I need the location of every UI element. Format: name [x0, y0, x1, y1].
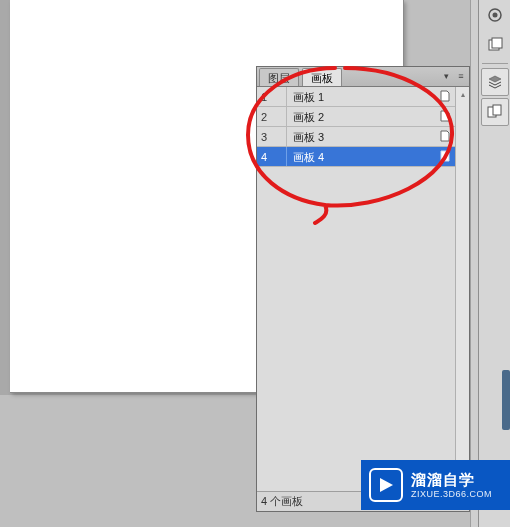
panel-tab-bar: 图层 画板 ▾ ≡: [257, 67, 469, 87]
artboard-row[interactable]: 2 画板 2: [257, 107, 455, 127]
artboards-icon[interactable]: [481, 98, 509, 126]
artboard-options-icon[interactable]: [435, 130, 455, 144]
artboards-panel: 图层 画板 ▾ ≡ 1 画板 1 2 画板 2 3: [256, 66, 470, 512]
artboard-number: 1: [257, 87, 287, 106]
toolbar-separator: [482, 63, 508, 64]
layers-icon[interactable]: [481, 68, 509, 96]
svg-rect-3: [492, 38, 502, 48]
artboard-options-icon[interactable]: [435, 110, 455, 124]
artboard-tool-icon[interactable]: [481, 31, 509, 59]
artboard-row[interactable]: 3 画板 3: [257, 127, 455, 147]
artboard-row[interactable]: 1 画板 1: [257, 87, 455, 107]
tab-layers[interactable]: 图层: [259, 68, 299, 86]
panel-menu-icon[interactable]: ≡: [455, 70, 467, 82]
artboard-name[interactable]: 画板 4: [287, 147, 435, 167]
artboard-name[interactable]: 画板 3: [287, 127, 435, 147]
dock-strip: [470, 0, 478, 527]
tab-artboards[interactable]: 画板: [302, 68, 342, 86]
circle-target-icon[interactable]: [481, 1, 509, 29]
artboard-count-label: 4 个画板: [261, 494, 303, 509]
artboard-name[interactable]: 画板 1: [287, 87, 435, 107]
artboard-number: 4: [257, 147, 287, 166]
artboard-options-icon[interactable]: [435, 150, 455, 164]
panel-body: 1 画板 1 2 画板 2 3 画板 3 4: [257, 87, 469, 491]
right-toolbar: [478, 0, 510, 527]
artboard-number: 3: [257, 127, 287, 146]
svg-rect-5: [493, 105, 501, 115]
watermark: 溜溜自学 ZIXUE.3D66.COM: [361, 460, 510, 510]
panel-collapse-icon[interactable]: ▾: [440, 70, 452, 82]
svg-point-1: [492, 13, 497, 18]
watermark-logo-icon: [369, 468, 403, 502]
watermark-text-cn: 溜溜自学: [411, 471, 492, 489]
panel-scrollbar[interactable]: ▴: [455, 87, 469, 491]
mini-scrollbar[interactable]: [502, 370, 510, 430]
artboard-row[interactable]: 4 画板 4: [257, 147, 455, 167]
artboard-list: 1 画板 1 2 画板 2 3 画板 3 4: [257, 87, 455, 491]
watermark-text-en: ZIXUE.3D66.COM: [411, 489, 492, 500]
artboard-name[interactable]: 画板 2: [287, 107, 435, 127]
scroll-up-icon[interactable]: ▴: [456, 87, 469, 101]
artboard-options-icon[interactable]: [435, 90, 455, 104]
artboard-number: 2: [257, 107, 287, 126]
